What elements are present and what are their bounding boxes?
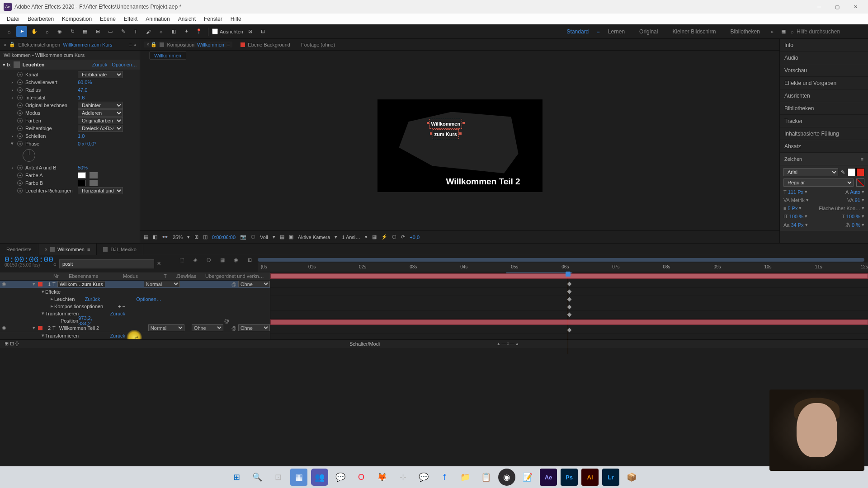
mask-icon[interactable]: ▦ [144,234,148,240]
eyedropper-a-icon[interactable] [90,172,98,178]
stopwatch-icon[interactable] [17,165,23,170]
time-ruler[interactable]: )0s 01s 02s 03s 04s 05s 06s 07s 08s 09s … [258,263,868,272]
home-icon[interactable]: ⌂ [4,26,14,37]
teams-icon[interactable]: 👥 [311,469,328,486]
ae-icon[interactable]: Ae [540,469,557,486]
twirl-icon[interactable]: ▾ [32,325,36,331]
nav-bar[interactable] [258,258,864,262]
kanal-select[interactable]: Farbkanäle [78,71,123,78]
shy-icon[interactable]: ⬡ [204,255,213,264]
parent-select[interactable]: Ohne [238,281,270,287]
radius-value[interactable]: 47,0 [78,87,87,93]
stopwatch-icon[interactable] [17,173,23,178]
exposure-value[interactable]: +0,0 [410,235,420,240]
menu-effekt[interactable]: Effekt [120,16,142,22]
app-icon[interactable]: ⊹ [394,469,411,486]
panel-inhaltsbasierte[interactable]: Inhaltsbasierte Füllung [780,127,868,140]
text-tool[interactable]: T [130,26,141,37]
fx-options[interactable]: Optionen… [112,62,137,67]
rotate-tool[interactable]: ↻ [67,26,78,37]
stopwatch-icon[interactable] [17,103,23,108]
layer-name[interactable]: Willkommen Teil 2 [57,325,101,331]
stopwatch-icon[interactable] [17,126,23,131]
toggle-switches-icon[interactable]: ⊞ ⊡ {} [5,341,19,347]
comp-breadcrumb-item[interactable]: Willkommen [149,52,186,60]
menu-ansicht[interactable]: Ansicht [174,16,200,22]
camera-tool[interactable]: ▦ [80,26,90,37]
stroke-swatch[interactable] [856,168,864,176]
resolution-dropdown[interactable]: Voll [260,235,268,240]
viewer-time[interactable]: 0:00:06:00 [212,235,236,240]
intensitaet-value[interactable]: 1,6 [78,95,85,100]
schleifen-value[interactable]: 1,0 [78,133,85,139]
panel-zeichen[interactable]: Zeichen≡ [780,153,868,165]
kerning[interactable]: VA Metrik ▾ [783,197,809,203]
clone-tool[interactable]: ⟐ [156,26,166,37]
search-icon[interactable]: 🔍 [249,469,266,486]
snapshot-icon[interactable]: 📷 [240,234,246,240]
stopwatch-icon[interactable] [17,87,23,93]
pickwhip-icon[interactable]: @ [224,318,229,324]
text-layer-1[interactable]: Willkommen zum Kurs [426,118,466,139]
workspace-original[interactable]: Original [633,28,664,35]
res-icon[interactable]: ◫ [203,234,208,240]
layer-row-1[interactable]: ◉ ▾ 1 T Willkom…zum Kurs Normal @ Ohne [0,281,270,288]
layer-name[interactable]: Willkom…zum Kurs [57,281,105,287]
ai-icon[interactable]: Ai [581,469,599,486]
minimize-button[interactable]: ─ [810,0,828,14]
tsume[interactable]: あ 0 % ▾ [845,221,864,228]
layer-row-2[interactable]: ◉ ▾ 2 T Willkommen Teil 2 Normal Ohne @ … [0,324,270,332]
explorer-icon[interactable]: 📁 [457,469,474,486]
ps-icon[interactable]: Ps [561,469,578,486]
comp-tab-komposition[interactable]: × 🔒 Komposition Willkommen ≡ [144,42,232,47]
fx-reset[interactable]: Zurück [92,62,108,67]
3d-icon[interactable]: ⬡ [392,234,396,240]
color-b-swatch[interactable] [78,180,86,186]
shape-tool[interactable]: ▭ [105,26,116,37]
panel-vorschau[interactable]: Vorschau [780,64,868,77]
timeline-search-input[interactable] [59,259,154,268]
menu-datei[interactable]: Datei [3,16,24,22]
modus-select[interactable]: Addieren [78,109,123,117]
menu-hilfe[interactable]: Hilfe [226,16,245,22]
layer1-position[interactable]: Position973,2, 334,2@ [0,317,270,324]
messenger-icon[interactable]: 💬 [415,469,432,486]
firefox-icon[interactable]: 🦊 [373,469,391,486]
stroke-mode[interactable]: Fläche über Kon… ▾ [819,205,864,211]
whatsapp-icon[interactable]: 💬 [332,469,349,486]
start-icon[interactable]: ⊞ [228,469,245,486]
stroke-width[interactable]: ≡ 5 Px ▾ [783,205,802,211]
workspace-lernen[interactable]: Lernen [602,28,631,35]
original-select[interactable]: Dahinter [78,102,123,109]
stopwatch-icon[interactable] [17,110,23,116]
eraser-tool[interactable]: ◧ [168,26,179,37]
menu-komposition[interactable]: Komposition [58,16,96,22]
workspace-menu-icon[interactable]: ▦ [778,26,789,37]
hscale[interactable]: T 100 % ▾ [842,213,864,219]
blend-mode-select[interactable]: Normal [148,324,184,331]
tl-tab-renderliste[interactable]: Renderliste [0,244,38,255]
richtungen-select[interactable]: Horizontal und vert… [78,187,123,194]
zoom-slider[interactable]: ▴ —○— ▴ [497,341,519,347]
snap-options-icon[interactable]: ⊠ [245,26,256,37]
workspace-bibliotheken[interactable]: Bibliotheken [724,28,766,35]
hand-tool[interactable]: ✋ [29,26,40,37]
comp-flow-icon[interactable]: ⬚ [177,255,186,264]
puppet-tool[interactable]: 📍 [193,26,204,37]
channel-icon[interactable]: ⬡ [251,234,255,240]
roi-icon[interactable]: ▣ [289,234,293,240]
layer2-bar[interactable] [270,319,868,325]
opera-icon[interactable]: O [353,469,370,486]
motion-blur-icon[interactable]: ◉ [231,255,241,264]
pickwhip-icon[interactable]: @ [231,325,236,331]
pen-tool[interactable]: ✎ [118,26,128,37]
menu-bearbeiten[interactable]: Bearbeiten [24,16,58,22]
lr-icon[interactable]: Lr [602,469,619,486]
app-icon[interactable]: 📋 [477,469,495,486]
graph-icon[interactable]: ⊞ [245,255,254,264]
help-search[interactable]: ⌕ [791,28,864,35]
glasses-icon[interactable]: 👓 [162,234,168,240]
eyedropper-icon[interactable]: ✎ [841,169,845,175]
maximize-button[interactable]: ▢ [828,0,846,14]
stopwatch-icon[interactable] [17,72,23,77]
